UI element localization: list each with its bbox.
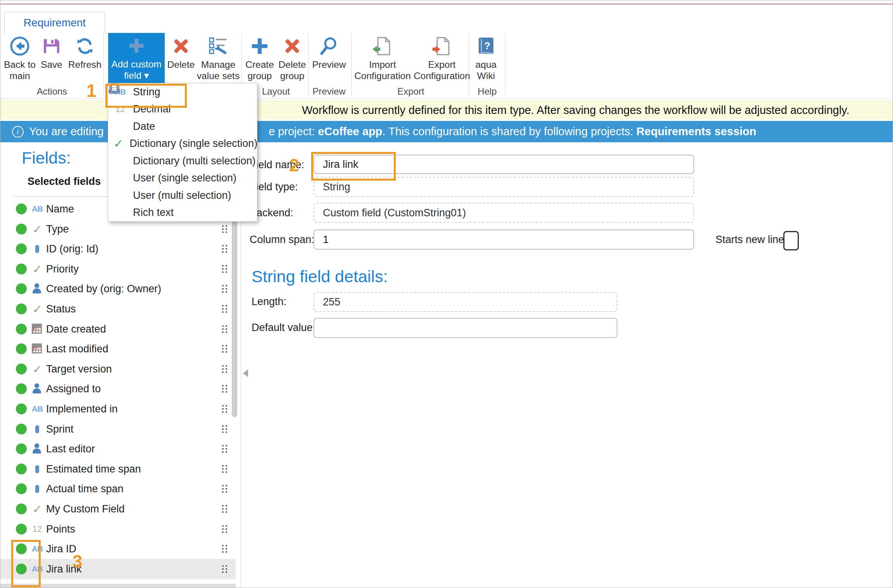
enabled-dot-icon [16, 343, 27, 354]
back-to-main-button[interactable]: Back to main [0, 33, 39, 84]
drag-handle-icon[interactable] [222, 505, 228, 513]
import-configuration-label: Import Configuration [353, 59, 412, 81]
drag-handle-icon[interactable] [222, 245, 228, 253]
delete-group-button[interactable]: Delete group [276, 33, 308, 84]
drag-handle-icon[interactable] [222, 345, 228, 353]
aqua-wiki-label: aqua Wiki [471, 59, 502, 81]
annotation-box-1 [105, 84, 187, 108]
save-floppy-icon [41, 33, 62, 59]
drag-handle-icon[interactable] [222, 305, 228, 313]
drag-handle-icon[interactable] [222, 225, 228, 233]
list-item-type[interactable]: Type [0, 219, 241, 239]
drag-handle-icon[interactable] [222, 325, 228, 333]
menu-item-user-single[interactable]: User (single selection) [108, 170, 257, 187]
export-configuration-button[interactable]: Export Configuration [412, 33, 471, 84]
aqua-wiki-button[interactable]: ? aqua Wiki [471, 33, 502, 84]
app-window: Requirement Back to main Save Refresh [0, 0, 893, 588]
info-icon: i [12, 126, 24, 138]
preview-label: Preview [312, 59, 346, 70]
create-group-button[interactable]: Create group [244, 33, 276, 84]
starts-new-line-checkbox[interactable] [783, 231, 799, 250]
delete-x-icon [171, 33, 191, 59]
project-name: eCoffee app [318, 125, 382, 138]
panel-collapse-arrow-icon[interactable] [243, 369, 248, 377]
field-type-icon [31, 443, 44, 455]
list-item-target-version[interactable]: Target version [0, 359, 241, 379]
field-type-icon [31, 483, 44, 495]
back-to-main-label: Back to main [0, 59, 39, 81]
menu-item-dictionary-single[interactable]: Dictionary (single selection) [108, 135, 257, 153]
field-type-icon [31, 223, 44, 235]
list-item-implemented-in[interactable]: Implemented in [0, 399, 241, 419]
list-item-date-created[interactable]: Date created [0, 319, 241, 339]
add-custom-field-button[interactable]: Add custom field ▾ [108, 33, 165, 83]
menu-item-dictionary-multi[interactable]: Dictionary (multi selection) [108, 152, 257, 170]
menu-item-rich-text[interactable]: Rich text [108, 204, 257, 222]
field-type-icon [31, 363, 44, 375]
drag-handle-icon[interactable] [222, 525, 228, 533]
list-item-my-custom-field[interactable]: My Custom Field [0, 499, 241, 519]
plus-icon [250, 33, 270, 59]
list-item-assigned-to[interactable]: Assigned to [0, 379, 241, 399]
field-label: Assigned to [46, 379, 101, 399]
list-item-last-modified[interactable]: Last modified [0, 339, 241, 359]
annotation-number-3: 3 [72, 551, 83, 572]
list-item-id[interactable]: ID (orig: Id) [0, 239, 241, 259]
save-button[interactable]: Save [36, 33, 67, 84]
manage-value-sets-button[interactable]: Manage value sets [197, 33, 240, 84]
column-span-label: Column span: [250, 234, 314, 245]
drag-handle-icon[interactable] [222, 565, 228, 573]
window-top-accent-line [0, 3, 893, 5]
menu-item-date[interactable]: Date [108, 118, 257, 135]
drag-handle-icon[interactable] [222, 285, 228, 293]
vertical-scrollbar-thumb[interactable] [232, 209, 237, 417]
drag-handle-icon[interactable] [222, 425, 228, 433]
list-item-created-by[interactable]: Created by (orig: Owner) [0, 279, 241, 299]
field-label: ID (orig: Id) [46, 239, 98, 259]
column-span-input[interactable]: 1 [314, 229, 694, 250]
wiki-book-icon: ? [476, 33, 496, 59]
drag-handle-icon[interactable] [222, 385, 228, 393]
selected-fields-header: Selected fields [28, 176, 101, 188]
user-multi-icon [114, 190, 127, 201]
list-item-priority[interactable]: Priority [0, 259, 241, 279]
workflow-warning-text: Workflow is currently defined for this i… [302, 101, 850, 119]
enabled-dot-icon [16, 504, 27, 514]
list-item-status[interactable]: Status [0, 299, 241, 319]
drag-handle-icon[interactable] [222, 405, 228, 413]
enabled-dot-icon [16, 383, 27, 394]
drag-handle-icon[interactable] [222, 545, 228, 553]
default-value-input[interactable] [314, 318, 617, 338]
drag-handle-icon[interactable] [222, 365, 228, 373]
tab-requirement[interactable]: Requirement [4, 12, 105, 33]
list-item-last-editor[interactable]: Last editor [0, 439, 241, 459]
field-type-icon [31, 403, 44, 415]
list-item-estimated-time-span[interactable]: Estimated time span [0, 459, 241, 479]
field-label: Priority [46, 259, 79, 279]
list-item-points[interactable]: Points [0, 519, 241, 539]
svg-text:?: ? [484, 40, 490, 52]
group-label-preview: Preview [312, 86, 347, 97]
field-label: Target version [46, 359, 112, 379]
preview-button[interactable]: Preview [312, 33, 347, 84]
drag-handle-icon[interactable] [222, 485, 228, 493]
delete-button[interactable]: Delete [165, 33, 197, 84]
import-configuration-button[interactable]: Import Configuration [353, 33, 412, 84]
add-custom-field-label: Add custom field ▾ [108, 59, 165, 81]
menu-item-user-multi[interactable]: User (multi selection) [108, 187, 257, 204]
field-label: Estimated time span [46, 459, 141, 479]
list-item-sprint[interactable]: Sprint [0, 419, 241, 439]
drag-handle-icon[interactable] [222, 445, 228, 453]
drag-handle-icon[interactable] [222, 265, 228, 273]
field-type-icon [31, 203, 44, 215]
field-type-icon [31, 463, 44, 475]
list-item-actual-time-span[interactable]: Actual time span [0, 479, 241, 499]
manage-value-sets-label: Manage value sets [197, 59, 240, 81]
drag-handle-icon[interactable] [222, 465, 228, 473]
refresh-button[interactable]: Refresh [67, 33, 102, 84]
annotation-number-2: 2 [289, 155, 299, 176]
fields-panel-title: Fields: [22, 148, 71, 167]
annotation-number-1: 1 [86, 80, 97, 101]
field-label: Status [46, 299, 76, 319]
group-separator [351, 33, 352, 95]
